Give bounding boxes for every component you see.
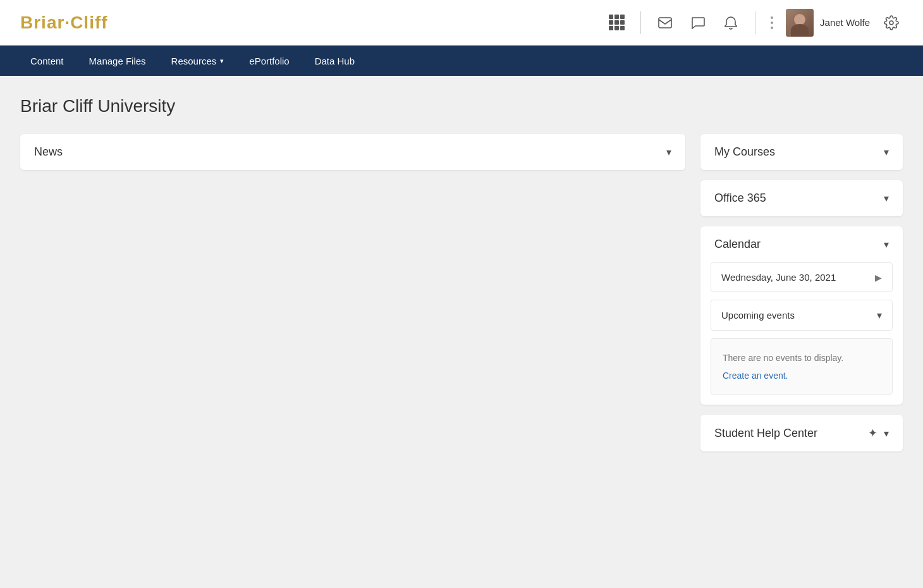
- calendar-chevron-icon: ▾: [884, 238, 889, 250]
- upcoming-events-header[interactable]: Upcoming events ▾: [711, 300, 893, 331]
- main-content: Briar Cliff University News ▾ My Courses…: [0, 76, 923, 482]
- page-title: Briar Cliff University: [20, 96, 903, 116]
- create-event-link[interactable]: Create an event.: [723, 371, 788, 381]
- header-divider-2: [755, 11, 755, 34]
- student-help-title: Student Help Center: [714, 427, 817, 440]
- student-help-icons: ✦ ▾: [868, 426, 889, 440]
- nav-label-manage-files: Manage Files: [89, 56, 146, 66]
- nav-label-resources: Resources: [171, 56, 217, 66]
- student-help-header[interactable]: Student Help Center ✦ ▾: [700, 415, 903, 451]
- user-section[interactable]: Janet Wolfe: [786, 9, 870, 37]
- news-widget-title: News: [34, 145, 63, 159]
- events-box: There are no events to display. Create a…: [711, 338, 893, 395]
- calendar-widget: Calendar ▾ Wednesday, June 30, 2021 ▶ Up…: [700, 226, 903, 405]
- chat-icon: [691, 16, 705, 29]
- right-column: My Courses ▾ Office 365 ▾ Calendar ▾: [700, 134, 903, 462]
- upcoming-events-title: Upcoming events: [721, 310, 795, 321]
- nav-label-content: Content: [30, 56, 64, 66]
- nav-item-resources[interactable]: Resources ▾: [161, 51, 235, 71]
- header: Briar·Cliff: [0, 0, 923, 46]
- content-grid: News ▾ My Courses ▾ Office 365 ▾: [20, 134, 903, 462]
- office365-header[interactable]: Office 365 ▾: [700, 180, 903, 216]
- nav-item-data-hub[interactable]: Data Hub: [305, 51, 365, 71]
- student-help-pin-icon: ✦: [868, 426, 877, 440]
- student-help-widget: Student Help Center ✦ ▾: [700, 415, 903, 451]
- user-name: Janet Wolfe: [820, 17, 870, 28]
- news-chevron-icon: ▾: [666, 146, 671, 158]
- upcoming-events-chevron-icon: ▾: [877, 309, 882, 321]
- no-events-text: There are no events to display.: [723, 352, 881, 365]
- bell-button[interactable]: [719, 11, 742, 34]
- office365-chevron-icon: ▾: [884, 192, 889, 204]
- nav-label-eportfolio: ePortfolio: [249, 56, 289, 66]
- mail-icon: [658, 17, 672, 28]
- settings-button[interactable]: [880, 11, 903, 34]
- svg-rect-0: [659, 18, 671, 28]
- calendar-next-icon[interactable]: ▶: [875, 273, 882, 283]
- navbar: Content Manage Files Resources ▾ ePortfo…: [0, 46, 923, 76]
- header-divider: [640, 11, 641, 34]
- apps-button[interactable]: [605, 11, 628, 34]
- svg-point-1: [889, 21, 893, 25]
- more-options: [768, 16, 776, 29]
- my-courses-title: My Courses: [714, 145, 775, 159]
- nav-label-data-hub: Data Hub: [315, 56, 355, 66]
- calendar-widget-header[interactable]: Calendar ▾: [700, 226, 903, 262]
- logo: Briar·Cliff: [20, 13, 108, 33]
- mail-button[interactable]: [654, 11, 676, 34]
- header-right: Janet Wolfe: [605, 9, 903, 37]
- my-courses-widget: My Courses ▾: [700, 134, 903, 170]
- nav-item-content[interactable]: Content: [20, 51, 74, 71]
- nav-item-manage-files[interactable]: Manage Files: [79, 51, 156, 71]
- apps-icon: [609, 15, 625, 30]
- calendar-date-row[interactable]: Wednesday, June 30, 2021 ▶: [711, 262, 893, 292]
- news-widget: News ▾: [20, 134, 685, 170]
- logo-text: Briar·Cliff: [20, 13, 108, 32]
- news-widget-header[interactable]: News ▾: [20, 134, 685, 170]
- bell-icon: [724, 16, 737, 30]
- nav-item-eportfolio[interactable]: ePortfolio: [239, 51, 299, 71]
- avatar: [786, 9, 814, 37]
- calendar-title: Calendar: [714, 238, 761, 251]
- gear-icon: [884, 15, 899, 30]
- my-courses-header[interactable]: My Courses ▾: [700, 134, 903, 170]
- student-help-chevron-icon: ▾: [884, 427, 889, 439]
- left-column: News ▾: [20, 134, 685, 180]
- chat-button[interactable]: [687, 11, 709, 34]
- office365-widget: Office 365 ▾: [700, 180, 903, 216]
- office365-title: Office 365: [714, 192, 766, 205]
- resources-chevron: ▾: [220, 57, 224, 65]
- my-courses-chevron-icon: ▾: [884, 146, 889, 158]
- calendar-date-text: Wednesday, June 30, 2021: [721, 272, 836, 283]
